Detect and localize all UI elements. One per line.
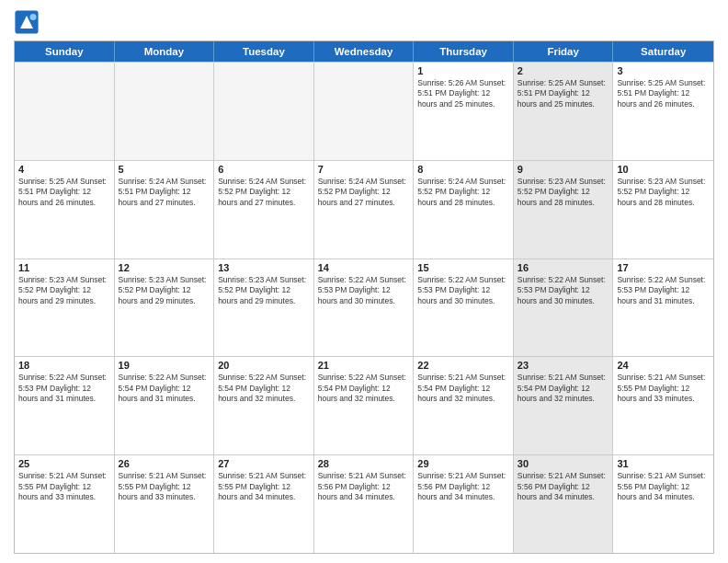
- day-number: 3: [617, 65, 710, 76]
- cell-text: Sunrise: 5:22 AM Sunset: 5:54 PM Dayligh…: [318, 373, 410, 404]
- calendar-cell: 4Sunrise: 5:25 AM Sunset: 5:51 PM Daylig…: [15, 161, 115, 259]
- day-number: 16: [518, 262, 609, 273]
- calendar-cell: 10Sunrise: 5:23 AM Sunset: 5:52 PM Dayli…: [613, 161, 713, 259]
- calendar-cell: 31Sunrise: 5:21 AM Sunset: 5:56 PM Dayli…: [613, 455, 713, 553]
- cell-text: Sunrise: 5:24 AM Sunset: 5:52 PM Dayligh…: [318, 177, 410, 208]
- cell-text: Sunrise: 5:21 AM Sunset: 5:56 PM Dayligh…: [518, 471, 609, 502]
- day-number: 28: [318, 458, 410, 469]
- calendar-cell: 23Sunrise: 5:21 AM Sunset: 5:54 PM Dayli…: [514, 357, 614, 454]
- calendar-header-cell: Sunday: [15, 41, 115, 62]
- calendar-header-cell: Friday: [514, 41, 614, 62]
- day-number: 21: [318, 360, 410, 371]
- day-number: 17: [617, 262, 710, 273]
- page: SundayMondayTuesdayWednesdayThursdayFrid…: [0, 0, 728, 563]
- day-number: 24: [617, 360, 710, 371]
- calendar-cell: 7Sunrise: 5:24 AM Sunset: 5:52 PM Daylig…: [314, 161, 415, 259]
- cell-text: Sunrise: 5:21 AM Sunset: 5:56 PM Dayligh…: [318, 471, 410, 502]
- cell-text: Sunrise: 5:22 AM Sunset: 5:53 PM Dayligh…: [617, 275, 710, 306]
- day-number: 18: [18, 360, 110, 371]
- calendar-cell: 2Sunrise: 5:25 AM Sunset: 5:51 PM Daylig…: [514, 63, 614, 160]
- cell-text: Sunrise: 5:26 AM Sunset: 5:51 PM Dayligh…: [417, 78, 509, 109]
- cell-text: Sunrise: 5:21 AM Sunset: 5:55 PM Dayligh…: [218, 471, 310, 502]
- calendar-cell: [115, 63, 215, 160]
- cell-text: Sunrise: 5:24 AM Sunset: 5:52 PM Dayligh…: [218, 177, 310, 208]
- cell-text: Sunrise: 5:22 AM Sunset: 5:53 PM Dayligh…: [18, 373, 110, 404]
- day-number: 4: [18, 164, 110, 175]
- calendar-cell: 19Sunrise: 5:22 AM Sunset: 5:54 PM Dayli…: [115, 357, 215, 454]
- calendar-cell: 9Sunrise: 5:23 AM Sunset: 5:52 PM Daylig…: [514, 161, 614, 259]
- calendar-cell: 11Sunrise: 5:23 AM Sunset: 5:52 PM Dayli…: [15, 259, 115, 357]
- day-number: 9: [518, 164, 609, 175]
- header: [14, 9, 714, 35]
- calendar-cell: [314, 63, 415, 160]
- day-number: 13: [218, 262, 310, 273]
- day-number: 15: [417, 262, 509, 273]
- calendar-cell: 18Sunrise: 5:22 AM Sunset: 5:53 PM Dayli…: [15, 357, 115, 454]
- calendar-row: 11Sunrise: 5:23 AM Sunset: 5:52 PM Dayli…: [15, 259, 713, 357]
- calendar-cell: 22Sunrise: 5:21 AM Sunset: 5:54 PM Dayli…: [414, 357, 514, 454]
- calendar-row: 25Sunrise: 5:21 AM Sunset: 5:55 PM Dayli…: [15, 454, 713, 553]
- calendar-cell: 17Sunrise: 5:22 AM Sunset: 5:53 PM Dayli…: [613, 259, 713, 357]
- day-number: 10: [617, 164, 710, 175]
- svg-point-2: [30, 14, 37, 20]
- calendar-cell: 25Sunrise: 5:21 AM Sunset: 5:55 PM Dayli…: [15, 455, 115, 553]
- calendar-header-cell: Thursday: [414, 41, 514, 62]
- calendar-cell: 6Sunrise: 5:24 AM Sunset: 5:52 PM Daylig…: [214, 161, 314, 259]
- calendar-cell: 21Sunrise: 5:22 AM Sunset: 5:54 PM Dayli…: [314, 357, 415, 454]
- cell-text: Sunrise: 5:25 AM Sunset: 5:51 PM Dayligh…: [617, 78, 710, 109]
- day-number: 23: [518, 360, 609, 371]
- calendar-cell: [15, 63, 115, 160]
- day-number: 20: [218, 360, 310, 371]
- calendar-cell: 24Sunrise: 5:21 AM Sunset: 5:55 PM Dayli…: [613, 357, 713, 454]
- calendar: SundayMondayTuesdayWednesdayThursdayFrid…: [14, 40, 714, 554]
- calendar-cell: 26Sunrise: 5:21 AM Sunset: 5:55 PM Dayli…: [115, 455, 215, 553]
- calendar-cell: 30Sunrise: 5:21 AM Sunset: 5:56 PM Dayli…: [514, 455, 614, 553]
- day-number: 6: [218, 164, 310, 175]
- cell-text: Sunrise: 5:22 AM Sunset: 5:53 PM Dayligh…: [518, 275, 609, 306]
- day-number: 12: [119, 262, 210, 273]
- calendar-header-cell: Tuesday: [214, 41, 314, 62]
- cell-text: Sunrise: 5:21 AM Sunset: 5:56 PM Dayligh…: [617, 471, 710, 502]
- cell-text: Sunrise: 5:23 AM Sunset: 5:52 PM Dayligh…: [18, 275, 110, 306]
- logo-area: [14, 9, 43, 35]
- cell-text: Sunrise: 5:25 AM Sunset: 5:51 PM Dayligh…: [18, 177, 110, 208]
- calendar-cell: 1Sunrise: 5:26 AM Sunset: 5:51 PM Daylig…: [414, 63, 514, 160]
- day-number: 7: [318, 164, 410, 175]
- calendar-header-cell: Wednesday: [314, 41, 415, 62]
- day-number: 26: [119, 458, 210, 469]
- cell-text: Sunrise: 5:23 AM Sunset: 5:52 PM Dayligh…: [617, 177, 710, 208]
- cell-text: Sunrise: 5:22 AM Sunset: 5:53 PM Dayligh…: [417, 275, 509, 306]
- day-number: 19: [119, 360, 210, 371]
- day-number: 11: [18, 262, 110, 273]
- calendar-header-cell: Monday: [115, 41, 215, 62]
- calendar-header-cell: Saturday: [613, 41, 713, 62]
- calendar-cell: 16Sunrise: 5:22 AM Sunset: 5:53 PM Dayli…: [514, 259, 614, 357]
- calendar-cell: [214, 63, 314, 160]
- day-number: 22: [417, 360, 509, 371]
- cell-text: Sunrise: 5:21 AM Sunset: 5:54 PM Dayligh…: [417, 373, 509, 404]
- day-number: 25: [18, 458, 110, 469]
- calendar-cell: 13Sunrise: 5:23 AM Sunset: 5:52 PM Dayli…: [214, 259, 314, 357]
- cell-text: Sunrise: 5:21 AM Sunset: 5:55 PM Dayligh…: [18, 471, 110, 502]
- calendar-row: 4Sunrise: 5:25 AM Sunset: 5:51 PM Daylig…: [15, 160, 713, 259]
- cell-text: Sunrise: 5:23 AM Sunset: 5:52 PM Dayligh…: [518, 177, 609, 208]
- cell-text: Sunrise: 5:24 AM Sunset: 5:51 PM Dayligh…: [119, 177, 210, 208]
- cell-text: Sunrise: 5:21 AM Sunset: 5:56 PM Dayligh…: [417, 471, 509, 502]
- calendar-row: 1Sunrise: 5:26 AM Sunset: 5:51 PM Daylig…: [15, 62, 713, 160]
- day-number: 29: [417, 458, 509, 469]
- day-number: 2: [518, 65, 609, 76]
- calendar-cell: 27Sunrise: 5:21 AM Sunset: 5:55 PM Dayli…: [214, 455, 314, 553]
- calendar-cell: 14Sunrise: 5:22 AM Sunset: 5:53 PM Dayli…: [314, 259, 415, 357]
- cell-text: Sunrise: 5:22 AM Sunset: 5:53 PM Dayligh…: [318, 275, 410, 306]
- calendar-row: 18Sunrise: 5:22 AM Sunset: 5:53 PM Dayli…: [15, 356, 713, 454]
- cell-text: Sunrise: 5:21 AM Sunset: 5:54 PM Dayligh…: [518, 373, 609, 404]
- day-number: 27: [218, 458, 310, 469]
- cell-text: Sunrise: 5:21 AM Sunset: 5:55 PM Dayligh…: [617, 373, 710, 404]
- calendar-body: 1Sunrise: 5:26 AM Sunset: 5:51 PM Daylig…: [15, 62, 713, 553]
- cell-text: Sunrise: 5:23 AM Sunset: 5:52 PM Dayligh…: [119, 275, 210, 306]
- day-number: 14: [318, 262, 410, 273]
- day-number: 5: [119, 164, 210, 175]
- day-number: 8: [417, 164, 509, 175]
- calendar-cell: 8Sunrise: 5:24 AM Sunset: 5:52 PM Daylig…: [414, 161, 514, 259]
- calendar-cell: 12Sunrise: 5:23 AM Sunset: 5:52 PM Dayli…: [115, 259, 215, 357]
